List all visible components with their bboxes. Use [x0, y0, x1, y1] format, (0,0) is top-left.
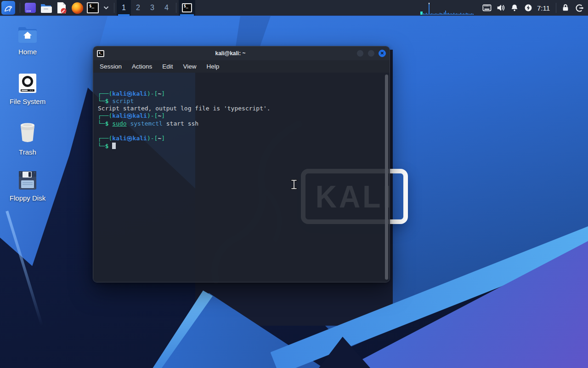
cpu-bar	[438, 14, 439, 15]
cpu-bar	[460, 13, 461, 15]
workspace-label: 1	[122, 4, 126, 12]
cpu-graph[interactable]	[419, 0, 480, 16]
volume-tray-button[interactable]	[494, 0, 508, 16]
desktop-icon-label: File System	[10, 98, 45, 105]
clock[interactable]: 7:11	[535, 4, 554, 12]
home-folder-icon	[17, 26, 38, 44]
terminal-window: $_ kali@kali: ~ ✕ Session Actions Edit V…	[93, 46, 390, 282]
show-desktop-launcher[interactable]	[24, 1, 37, 14]
cpu-bar	[426, 13, 427, 15]
maximize-button[interactable]	[368, 50, 375, 57]
panel-separator	[114, 3, 114, 13]
cpu-bar	[464, 14, 465, 15]
cpu-bar	[435, 13, 436, 15]
terminal-dropdown[interactable]	[102, 1, 110, 14]
folder-icon	[40, 2, 52, 13]
network-tray-button[interactable]	[480, 0, 494, 16]
workspace-button-4[interactable]: 4	[159, 0, 174, 16]
menu-edit[interactable]: Edit	[162, 63, 173, 70]
desktop-icon-home[interactable]: Home	[5, 26, 51, 56]
cpu-bar	[445, 11, 446, 15]
terminal-launcher[interactable]: $_	[86, 1, 99, 14]
logout-button[interactable]	[572, 0, 586, 16]
cpu-bar	[441, 13, 442, 15]
cpu-bar	[448, 13, 449, 15]
cpu-bar	[447, 13, 447, 15]
window-terminal-icon: $_	[97, 50, 104, 57]
cpu-bar	[430, 14, 431, 15]
notifications-tray-button[interactable]	[508, 0, 521, 16]
terminal-icon: $_	[182, 3, 192, 12]
workspace-button-1[interactable]: 1	[117, 0, 131, 16]
desktop-icon-floppy-disk[interactable]: Floppy Disk	[5, 170, 51, 202]
desktop-icon-file-system[interactable]: File System	[5, 73, 51, 105]
cpu-bar	[420, 12, 423, 15]
volume-icon	[496, 3, 506, 12]
window-menubar: Session Actions Edit View Help	[93, 60, 390, 73]
kali-dragon-icon	[3, 3, 13, 13]
cpu-bar	[473, 14, 474, 15]
minimize-button[interactable]	[356, 50, 364, 57]
cpu-bar	[423, 13, 424, 15]
cpu-bar	[452, 14, 453, 15]
desktop-icon-trash[interactable]: Trash	[5, 121, 51, 156]
power-manager-tray-button[interactable]	[521, 0, 535, 16]
cpu-bar	[467, 13, 468, 15]
workspace-label: 4	[164, 4, 169, 12]
file-manager-launcher[interactable]	[40, 1, 52, 14]
text-editor-launcher[interactable]	[55, 1, 68, 14]
bell-icon	[510, 3, 519, 12]
window-titlebar[interactable]: $_ kali@kali: ~ ✕	[93, 46, 390, 60]
terminal-output: ┌──(kali㉿kali)-[~]└─$ scriptScript start…	[98, 90, 387, 150]
desktop[interactable]: KALI	[0, 0, 588, 368]
menu-help[interactable]: Help	[207, 63, 220, 70]
workspace-label: 3	[150, 4, 154, 12]
cpu-bar	[470, 14, 471, 15]
firefox-launcher[interactable]	[71, 1, 84, 14]
panel-separator	[176, 3, 176, 13]
cpu-bar	[469, 14, 469, 15]
menu-session[interactable]: Session	[100, 63, 122, 70]
cpu-bar	[424, 14, 425, 15]
ibeam-mouse-cursor	[290, 179, 298, 190]
menu-view[interactable]: View	[183, 63, 197, 70]
workspace-button-2[interactable]: 2	[131, 0, 145, 16]
cpu-bar	[453, 13, 454, 15]
network-icon	[482, 3, 492, 12]
cpu-bar	[433, 14, 434, 15]
cpu-bar	[431, 13, 432, 15]
desktop-icon-label: Home	[18, 48, 37, 56]
lock-screen-button[interactable]	[559, 0, 572, 16]
cpu-bar	[434, 14, 435, 15]
show-desktop-icon	[25, 3, 36, 13]
menu-actions[interactable]: Actions	[132, 63, 152, 70]
panel-separator	[20, 3, 20, 13]
cpu-bar	[463, 13, 464, 15]
scrollbar-handle[interactable]	[385, 75, 388, 280]
window-title: kali@kali: ~	[104, 50, 356, 57]
cpu-bar	[459, 14, 460, 15]
window-list-terminal-button[interactable]: $_	[179, 0, 195, 16]
lock-icon	[561, 3, 570, 12]
cpu-bar	[440, 13, 441, 15]
kali-menu-button[interactable]	[1, 1, 15, 15]
terminal-icon: $_	[87, 2, 99, 13]
cpu-bar	[449, 14, 450, 15]
cpu-bar	[471, 13, 472, 15]
cpu-bar	[462, 14, 463, 15]
top-panel: $_ 1 2 3 4 $_	[0, 0, 588, 16]
cpu-bar	[444, 12, 445, 15]
chevron-down-icon	[103, 6, 109, 10]
cpu-bar	[466, 13, 467, 15]
trash-icon	[17, 121, 38, 144]
logout-icon	[575, 3, 584, 13]
terminal-viewport[interactable]: ┌──(kali㉿kali)-[~]└─$ scriptScript start…	[93, 73, 390, 282]
cpu-bar	[458, 14, 458, 15]
desktop-icon-label: Trash	[19, 148, 36, 156]
close-button[interactable]: ✕	[379, 50, 386, 57]
terminal-cursor	[112, 143, 116, 149]
file-system-drive-icon	[17, 73, 38, 94]
workspace-button-3[interactable]: 3	[145, 0, 159, 16]
cpu-bar	[429, 3, 430, 15]
text-editor-icon	[56, 2, 67, 14]
